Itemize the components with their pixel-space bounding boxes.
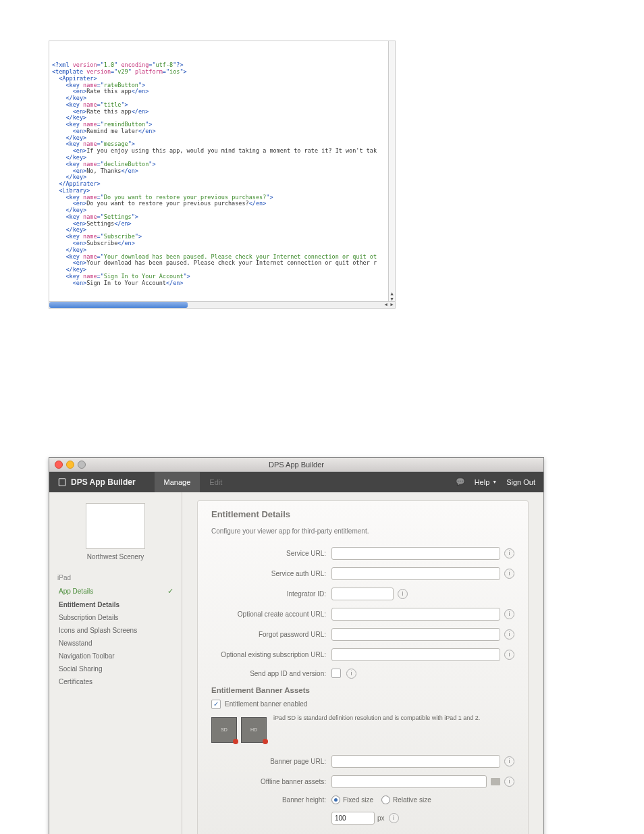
info-icon[interactable]: i: [346, 669, 356, 679]
label-banner-height: Banner height:: [211, 796, 331, 804]
vertical-scrollbar[interactable]: ▲▼: [388, 41, 395, 302]
input-banner-height-value[interactable]: 100: [331, 812, 375, 825]
label-relative: Relative size: [393, 796, 431, 804]
info-icon[interactable]: i: [504, 756, 514, 766]
panel-subtext: Configure your viewer app for third-part…: [211, 527, 514, 535]
info-icon[interactable]: i: [504, 650, 514, 660]
input-forgot-password-url[interactable]: [331, 628, 500, 641]
input-integrator-id[interactable]: [331, 588, 394, 600]
info-icon[interactable]: i: [398, 589, 408, 599]
svg-rect-0: [59, 478, 65, 486]
label-create-account-url: Optional create account URL:: [211, 610, 331, 618]
help-label: Help: [475, 478, 490, 486]
panel-heading: Entitlement Details: [211, 509, 514, 519]
input-service-url[interactable]: [331, 547, 500, 560]
radio-fixed-size[interactable]: [331, 796, 340, 804]
warning-dot-icon: [263, 739, 268, 744]
info-icon[interactable]: i: [504, 777, 514, 787]
input-service-auth-url[interactable]: [331, 567, 500, 580]
asset-tile-sd[interactable]: SD: [211, 717, 237, 743]
xml-code-viewer: <?xml version="1.0" encoding="utf-8"?> <…: [49, 41, 396, 309]
label-integrator-id: Integrator ID:: [211, 590, 331, 598]
thumbnail-caption: Northwest Scenery: [49, 553, 182, 561]
chevron-down-icon: ▼: [492, 479, 497, 484]
dps-app-builder-window: DPS App Builder DPS App Builder Manage E…: [49, 457, 544, 834]
label-forgot-password-url: Forgot password URL:: [211, 631, 331, 638]
label-existing-sub-url: Optional existing subscription URL:: [211, 651, 331, 658]
label-banner-enabled: Entitlement banner enabled: [225, 700, 307, 708]
label-send-app-id: Send app ID and version:: [211, 670, 331, 677]
help-menu[interactable]: Help ▼: [475, 478, 498, 486]
label-fixed: Fixed size: [343, 796, 373, 804]
label-service-url: Service URL:: [211, 550, 331, 557]
label-service-auth-url: Service auth URL:: [211, 570, 331, 577]
warning-dot-icon: [233, 739, 238, 744]
info-icon[interactable]: i: [504, 569, 514, 579]
entitlement-details-panel: Entitlement Details Configure your viewe…: [197, 500, 529, 834]
tab-manage[interactable]: Manage: [155, 472, 200, 492]
speech-bubble-icon: 💬: [456, 477, 465, 486]
input-create-account-url[interactable]: [331, 608, 500, 621]
unit-px: px: [377, 814, 385, 822]
window-titlebar: DPS App Builder: [49, 458, 543, 472]
tab-edit[interactable]: Edit: [200, 472, 232, 492]
banner-assets-heading: Entitlement Banner Assets: [211, 686, 514, 694]
label-offline-assets: Offline banner assets:: [211, 778, 331, 785]
sidebar-item-entitlement-details[interactable]: Entitlement Details: [49, 598, 182, 611]
checkbox-send-app-id[interactable]: [331, 669, 341, 678]
horizontal-scrollbar[interactable]: ◀▶: [49, 301, 395, 308]
label-banner-page-url: Banner page URL:: [211, 758, 331, 765]
input-offline-assets[interactable]: [331, 775, 487, 788]
input-banner-page-url[interactable]: [331, 755, 500, 768]
asset-note: iPad SD is standard definition resolutio…: [273, 714, 480, 721]
window-title: DPS App Builder: [49, 461, 543, 469]
info-icon[interactable]: i: [504, 629, 514, 640]
info-icon[interactable]: i: [504, 609, 514, 619]
sidebar-section-ipad: iPad: [57, 574, 182, 581]
input-existing-sub-url[interactable]: [331, 648, 500, 661]
sidebar-item-navigation-toolbar[interactable]: Navigation Toolbar: [49, 650, 182, 662]
info-icon[interactable]: i: [504, 548, 514, 558]
info-icon[interactable]: i: [389, 813, 399, 823]
brand-label: DPS App Builder: [71, 477, 136, 487]
sidebar-item-certificates[interactable]: Certificates: [49, 675, 182, 688]
sidebar-item-newsstand[interactable]: Newsstand: [49, 637, 182, 650]
check-icon: ✓: [167, 587, 173, 596]
app-toolbar: DPS App Builder Manage Edit 💬 Help ▼ Sig…: [49, 472, 543, 492]
app-logo-icon: [57, 477, 67, 487]
sidebar-item-subscription-details[interactable]: Subscription Details: [49, 611, 182, 624]
brand: DPS App Builder: [57, 477, 136, 487]
sidebar-item-icons-and-splash-screens[interactable]: Icons and Splash Screens: [49, 624, 182, 637]
sidebar-item-social-sharing[interactable]: Social Sharing: [49, 662, 182, 675]
sidebar: Northwest Scenery iPad App Details✓Entit…: [49, 492, 182, 834]
asset-tile-hd[interactable]: HD: [241, 717, 267, 743]
scrollbar-thumb[interactable]: [49, 302, 188, 308]
radio-relative-size[interactable]: [381, 796, 390, 804]
checkbox-banner-enabled[interactable]: ✓: [211, 700, 221, 709]
folder-icon[interactable]: [491, 778, 500, 785]
sidebar-item-app-details[interactable]: App Details✓: [49, 584, 182, 598]
app-thumbnail[interactable]: [86, 503, 145, 549]
sign-out-link[interactable]: Sign Out: [506, 478, 535, 486]
